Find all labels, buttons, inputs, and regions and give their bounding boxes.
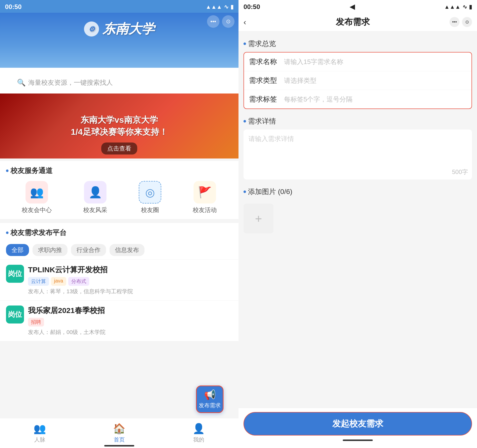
- filter-all[interactable]: 全部: [6, 244, 29, 256]
- hero-btn-label: 点击查看: [107, 145, 131, 152]
- service-grid: 👥 校友会中心 👤 校友风采 ◎ 校友圈 🚩 校友活动: [0, 178, 238, 219]
- image-dot: [244, 190, 246, 193]
- demand-tags-label: 需求标签: [249, 94, 284, 104]
- bottom-nav: 👥 人脉 🏠 首页 👤 我的: [0, 418, 238, 448]
- left-time: 00:50: [5, 3, 22, 11]
- filter-tabs: 全部 求职内推 行业合作 信息发布: [0, 240, 238, 260]
- submit-btn-area: 发起校友需求: [238, 408, 477, 448]
- nav-item-home[interactable]: 🏠 首页: [113, 423, 126, 444]
- alumni-circle-icon: ◎: [139, 181, 161, 204]
- submit-demand-btn[interactable]: 发起校友需求: [244, 412, 472, 436]
- floating-publish-btn[interactable]: 📢 发布需求: [196, 386, 224, 413]
- right-battery-icon: ▮: [469, 4, 472, 10]
- detail-char-count: 500字: [452, 168, 468, 176]
- hero-view-btn[interactable]: 点击查看: [101, 142, 137, 154]
- overview-title: 需求总览: [244, 36, 472, 52]
- alumni-center-label: 校友会中心: [22, 206, 52, 214]
- home-nav-icon: 🏠: [113, 423, 126, 434]
- alumni-center-icon: 👥: [26, 181, 48, 204]
- sidebar-item-alumni-circle[interactable]: ◎ 校友圈: [139, 181, 161, 214]
- add-image-btn[interactable]: +: [244, 204, 274, 234]
- right-menu-btn[interactable]: •••: [450, 17, 460, 27]
- right-panel: 00:50 ◀ ▲▲▲ ∿ ▮ ‹ 发布需求 ••• ⊙ 需求总览: [238, 0, 477, 448]
- profile-nav-icon: 👤: [192, 423, 205, 434]
- demand-type-input[interactable]: 请选择类型: [284, 76, 466, 85]
- tag-distributed: 分布式: [68, 277, 89, 286]
- add-image-icon: +: [255, 212, 262, 226]
- service-title-text: 校友服务通道: [10, 166, 52, 176]
- nav-item-profile[interactable]: 👤 我的: [192, 423, 205, 444]
- demand-title-wole: 我乐家居2021春季校招: [28, 306, 232, 316]
- demand-avatar-wole: 岗位: [6, 306, 24, 324]
- left-status-icons: ▲▲▲ ∿ ▮: [206, 4, 234, 10]
- search-icon: 🔍: [17, 78, 26, 87]
- nav-item-people[interactable]: 👥 人脉: [34, 423, 46, 444]
- demand-title-text: 校友需求发布平台: [10, 228, 66, 238]
- right-signal-icon: ▲▲▲: [444, 4, 460, 10]
- sidebar-item-alumni-style[interactable]: 👤 校友风采: [83, 181, 107, 214]
- menu-icon-btn[interactable]: •••: [207, 15, 220, 28]
- demand-tags-tplink: 云计算 java 分布式: [28, 277, 232, 286]
- section-dot: [6, 170, 8, 172]
- image-section: 添加图片 (0/6) +: [244, 184, 472, 234]
- form-section: 需求总览 需求名称 请输入15字需求名称 需求类型 请选择类型 需求标签 每标签…: [238, 32, 477, 408]
- sidebar-item-alumni-center[interactable]: 👥 校友会中心: [22, 181, 52, 214]
- left-panel: 00:50 ▲▲▲ ∿ ▮ ••• ⊙ ⚙ 东南大学 🔍 海量校友资源，一键搜索…: [0, 0, 238, 448]
- people-nav-icon: 👥: [34, 423, 46, 434]
- demand-section: 校友需求发布平台 全部 求职内推 行业合作 信息发布 岗位 TPLINK云计算开…: [0, 223, 238, 341]
- tag-recruit: 招聘: [28, 318, 44, 326]
- detail-placeholder: 请输入需求详情: [248, 135, 294, 142]
- demand-dot: [6, 232, 8, 234]
- demand-type-label: 需求类型: [249, 76, 284, 85]
- demand-item-tplink[interactable]: 岗位 TPLINK云计算开发校招 云计算 java 分布式 发布人：蒋琴，13级…: [0, 260, 238, 300]
- page-title: 发布需求: [336, 16, 370, 28]
- right-home-indicator: [238, 436, 477, 443]
- demand-content-wole: 我乐家居2021春季校招 招聘 发布人：郝娟，00级，土木学院: [28, 306, 232, 336]
- demand-meta-tplink: 发布人：蒋琴，13级，信息科学与工程学院: [28, 288, 232, 295]
- demand-tags-wole: 招聘: [28, 318, 232, 326]
- back-button[interactable]: ‹: [244, 18, 256, 27]
- alumni-style-icon: 👤: [84, 181, 106, 204]
- right-wifi-icon: ∿: [462, 4, 467, 10]
- people-nav-label: 人脉: [34, 436, 45, 444]
- megaphone-icon: 📢: [204, 389, 216, 400]
- sidebar-item-alumni-activity[interactable]: 🚩 校友活动: [193, 181, 217, 214]
- filter-industry[interactable]: 行业合作: [71, 244, 106, 256]
- right-header: ‹ 发布需求 ••• ⊙: [238, 13, 477, 32]
- demand-tags-row: 需求标签 每标签5个字，逗号分隔: [244, 90, 472, 108]
- demand-title-tplink: TPLINK云计算开发校招: [28, 265, 232, 275]
- hero-text-line1: 东南大学vs南京大学: [71, 114, 168, 126]
- scan-icon-btn[interactable]: ⊙: [222, 15, 234, 28]
- signal-icon: ▲▲▲: [206, 4, 222, 10]
- scan-icon: ⊙: [226, 18, 230, 25]
- overview-title-text: 需求总览: [248, 39, 276, 48]
- demand-type-row: 需求类型 请选择类型: [244, 71, 472, 90]
- search-bar[interactable]: 🔍 海量校友资源，一键搜索找人: [12, 75, 226, 90]
- right-scan-btn[interactable]: ⊙: [462, 17, 472, 27]
- right-scan-icon: ⊙: [465, 19, 469, 25]
- university-logo: ⚙: [84, 22, 99, 36]
- hero-banner-image[interactable]: 东南大学vs南京大学 1/4足球决赛等你来支持！ 点击查看: [0, 94, 238, 158]
- left-status-bar: 00:50 ▲▲▲ ∿ ▮: [0, 0, 238, 13]
- right-location-icon: ◀: [350, 3, 355, 11]
- home-indicator: [104, 445, 134, 446]
- submit-btn-label: 发起校友需求: [332, 419, 383, 428]
- demand-tags-input[interactable]: 每标签5个字，逗号分隔: [284, 95, 466, 104]
- detail-section: 需求详情 请输入需求详情 500字: [244, 114, 472, 180]
- university-title: ⚙ 东南大学: [84, 20, 154, 38]
- battery-icon: ▮: [230, 4, 234, 10]
- detail-title: 需求详情: [244, 114, 472, 130]
- detail-card[interactable]: 请输入需求详情 500字: [244, 130, 472, 180]
- filter-info[interactable]: 信息发布: [110, 244, 144, 256]
- right-header-icons: ••• ⊙: [450, 17, 472, 27]
- filter-job[interactable]: 求职内推: [32, 244, 68, 256]
- service-section-title: 校友服务通道: [0, 161, 238, 178]
- demand-item-wole[interactable]: 岗位 我乐家居2021春季校招 招聘 发布人：郝娟，00级，土木学院: [0, 300, 238, 341]
- demand-name-input[interactable]: 请输入15字需求名称: [284, 58, 466, 66]
- alumni-activity-label: 校友活动: [193, 206, 217, 214]
- dots-icon: •••: [210, 18, 216, 25]
- tag-cloud: 云计算: [28, 277, 49, 286]
- demand-name-label: 需求名称: [249, 57, 284, 66]
- university-name-text: 东南大学: [102, 20, 154, 38]
- right-status-bar: 00:50 ◀ ▲▲▲ ∿ ▮: [238, 0, 477, 13]
